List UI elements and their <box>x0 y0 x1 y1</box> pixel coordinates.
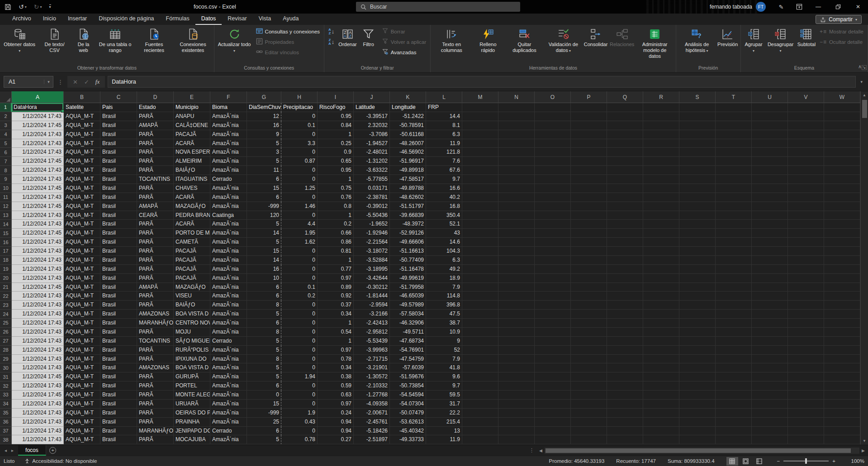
cell-H33[interactable]: 0 <box>281 391 318 400</box>
cell-S26[interactable] <box>679 328 716 337</box>
cell-K24[interactable]: -57.58034 <box>390 310 426 319</box>
cell-L19[interactable]: 49.2 <box>426 265 462 274</box>
cell-Q38[interactable] <box>607 435 643 444</box>
cell-W19[interactable] <box>824 265 860 274</box>
cell-D29[interactable]: PARÃ <box>137 355 174 364</box>
cell-V1[interactable] <box>788 103 824 112</box>
cell-J9[interactable]: -5.77855 <box>354 175 390 184</box>
row-header-8[interactable]: 8 <box>0 166 12 175</box>
scrollbar-grip[interactable]: ⋮ <box>526 447 537 453</box>
cell-J36[interactable]: -2.45761 <box>354 418 390 427</box>
cell-G21[interactable]: 6 <box>247 283 281 292</box>
ribbon-button-fuentes-recientes[interactable]: Fuentes recientes <box>135 26 174 64</box>
cell-K25[interactable]: -46.32906 <box>390 319 426 328</box>
cell-K35[interactable]: -50.07479 <box>390 409 426 418</box>
cell-T19[interactable] <box>716 265 752 274</box>
cell-D14[interactable]: PARÃ <box>137 220 174 229</box>
cell-M32[interactable] <box>462 381 498 391</box>
cell-H22[interactable]: 0.2 <box>281 292 318 301</box>
cell-O33[interactable] <box>535 391 571 400</box>
cell-E33[interactable]: MONTE ALEG <box>174 391 210 400</box>
cell-K3[interactable]: -50.78591 <box>390 121 426 130</box>
cell-L11[interactable]: 40.2 <box>426 193 462 202</box>
cell-C37[interactable]: Brasil <box>100 427 137 436</box>
cell-E34[interactable]: URUARÃ <box>174 400 210 409</box>
cell-T12[interactable] <box>716 202 752 211</box>
cell-G9[interactable]: 6 <box>247 175 281 184</box>
cell-O8[interactable] <box>535 166 571 175</box>
cell-I30[interactable]: 0.34 <box>318 363 354 372</box>
cell-R28[interactable] <box>643 346 679 355</box>
cell-G38[interactable]: 5 <box>247 435 281 444</box>
cell-R33[interactable] <box>643 391 679 400</box>
cell-B34[interactable]: AQUA_M-T <box>64 400 100 409</box>
cell-L15[interactable]: 43 <box>426 229 462 238</box>
cell-R14[interactable] <box>643 220 679 229</box>
scroll-right-icon[interactable]: ▶ <box>859 448 867 453</box>
cell-V11[interactable] <box>788 193 824 202</box>
cell-J16[interactable]: -2.21564 <box>354 238 390 247</box>
cell-I26[interactable]: 0.54 <box>318 328 354 337</box>
cell-M4[interactable] <box>462 130 498 139</box>
cell-I36[interactable]: 0.94 <box>318 418 354 427</box>
cell-I20[interactable]: 0.97 <box>318 274 354 283</box>
cell-J26[interactable]: -2.95812 <box>354 328 390 337</box>
column-header-T[interactable]: T <box>716 91 752 103</box>
cell-T32[interactable] <box>716 381 752 391</box>
cell-J5[interactable]: -1.94527 <box>354 139 390 148</box>
cell-D30[interactable]: AMAZONAS <box>137 363 174 372</box>
cell-O31[interactable] <box>535 372 571 381</box>
cell-K22[interactable]: -46.65039 <box>390 292 426 301</box>
row-header-19[interactable]: 19 <box>0 265 12 274</box>
cell-F28[interactable]: AmazÃ´nia <box>210 346 247 355</box>
cell-P2[interactable] <box>571 112 607 121</box>
cell-N16[interactable] <box>498 238 535 247</box>
cell-K10[interactable]: -49.89788 <box>390 184 426 193</box>
cell-N20[interactable] <box>498 274 535 283</box>
cell-G13[interactable]: 120 <box>247 211 281 220</box>
cell-C26[interactable]: Brasil <box>100 328 137 337</box>
cell-Q12[interactable] <box>607 202 643 211</box>
cell-H19[interactable]: 0 <box>281 265 318 274</box>
cell-V31[interactable] <box>788 372 824 381</box>
cell-G29[interactable]: 8 <box>247 355 281 364</box>
cell-V3[interactable] <box>788 121 824 130</box>
cell-V28[interactable] <box>788 346 824 355</box>
page-break-view-button[interactable] <box>754 457 765 466</box>
cell-R36[interactable] <box>643 418 679 427</box>
cell-R21[interactable] <box>643 283 679 292</box>
cell-N5[interactable] <box>498 139 535 148</box>
horizontal-scroll-track[interactable] <box>545 447 859 454</box>
row-header-28[interactable]: 28 <box>0 346 12 355</box>
name-box[interactable]: A1 ▾ <box>4 76 53 88</box>
ribbon-button-obtener-datos[interactable]: Obtener datos ▾ <box>1 26 38 64</box>
cell-A5[interactable]: 1/12/2024 17:43 <box>12 139 64 148</box>
cell-G12[interactable]: -999 <box>247 202 281 211</box>
cell-V20[interactable] <box>788 274 824 283</box>
cell-T23[interactable] <box>716 301 752 310</box>
cell-C21[interactable]: Brasil <box>100 283 137 292</box>
cell-E25[interactable]: CENTRO NOVO <box>174 319 210 328</box>
cell-F20[interactable]: AmazÃ´nia <box>210 274 247 283</box>
cell-C32[interactable]: Brasil <box>100 381 137 391</box>
vertical-scrollbar[interactable]: ▲ ▼ <box>860 91 868 445</box>
cell-N29[interactable] <box>498 355 535 364</box>
expand-formula-bar-icon[interactable]: ▾ <box>859 80 864 84</box>
cell-G11[interactable]: 6 <box>247 193 281 202</box>
cell-U38[interactable] <box>752 435 788 444</box>
row-header-7[interactable]: 7 <box>0 157 12 166</box>
cell-K2[interactable]: -51.2422 <box>390 112 426 121</box>
cell-J28[interactable]: -3.99963 <box>354 346 390 355</box>
new-sheet-button[interactable]: + <box>46 445 60 456</box>
row-header-32[interactable]: 32 <box>0 381 12 391</box>
cell-E30[interactable]: BOA VISTA D <box>174 363 210 372</box>
cell-Q6[interactable] <box>607 148 643 157</box>
cell-A31[interactable]: 1/12/2024 17:45 <box>12 372 64 381</box>
cell-A19[interactable]: 1/12/2024 17:43 <box>12 265 64 274</box>
cell-K33[interactable]: -54.54594 <box>390 391 426 400</box>
column-header-R[interactable]: R <box>643 91 679 103</box>
cell-G4[interactable]: 9 <box>247 130 281 139</box>
cell-W13[interactable] <box>824 211 860 220</box>
cell-M11[interactable] <box>462 193 498 202</box>
ribbon-button-agrupar[interactable]: Agrupar ▾ <box>742 26 765 64</box>
